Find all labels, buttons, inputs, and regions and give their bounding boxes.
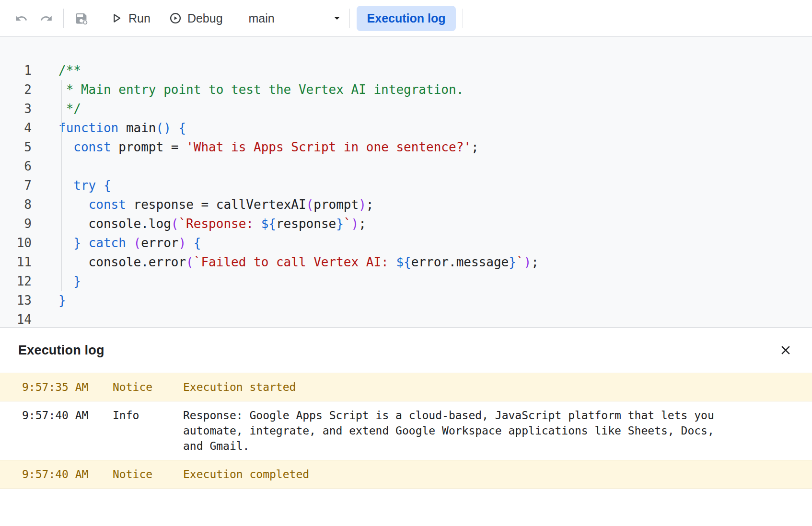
log-message: Execution completed [183,467,754,482]
redo-icon [40,12,53,25]
code-text: const prompt = 'What is Apps Script in o… [35,137,479,157]
code-text [35,310,58,327]
code-line[interactable]: 7 try { [0,176,812,195]
line-number[interactable]: 6 [0,157,35,176]
execution-log-title: Execution log [18,343,104,358]
indent-guide [61,80,62,291]
code-line[interactable]: 1 /** [0,61,812,80]
log-level: Notice [113,379,183,395]
code-text: console.error(`Failed to call Vertex AI:… [35,252,539,272]
code-line[interactable]: 12 } [0,272,812,291]
debug-button[interactable]: Debug [162,8,230,29]
log-timestamp: 9:57:40 AM [0,408,113,454]
line-number[interactable]: 10 [0,233,35,252]
code-line[interactable]: 5 const prompt = 'What is Apps Script in… [0,137,812,157]
run-label: Run [128,11,151,25]
code-line[interactable]: 9 console.log(`Response: ${response}`); [0,214,812,233]
code-line[interactable]: 3 */ [0,99,812,118]
code-text: * Main entry point to test the Vertex AI… [35,80,464,99]
line-number[interactable]: 3 [0,99,35,118]
run-button[interactable]: Run [103,8,157,29]
log-entry: 9:57:40 AM Notice Execution completed [0,460,812,489]
log-timestamp: 9:57:35 AM [0,379,113,395]
code-text: } [35,291,66,310]
toolbar-divider [349,9,350,28]
code-text: const response = callVertexAI(prompt); [35,195,373,214]
line-number[interactable]: 11 [0,252,35,272]
line-number[interactable]: 7 [0,176,35,195]
log-level: Info [113,408,183,454]
code-line[interactable]: 8 const response = callVertexAI(prompt); [0,195,812,214]
function-selector-value: main [249,11,275,25]
line-number[interactable]: 1 [0,61,35,80]
toolbar-divider [63,9,64,28]
code-line[interactable]: 13 } [0,291,812,310]
log-level: Notice [113,467,183,482]
line-number[interactable]: 5 [0,137,35,157]
code-text: console.log(`Response: ${response}`); [35,214,366,233]
log-message: Execution started [183,379,754,395]
log-entries[interactable]: 9:57:35 AM Notice Execution started 9:57… [0,373,812,489]
code-editor[interactable]: 1 /** 2 * Main entry point to test the V… [0,37,812,327]
redo-button[interactable] [35,8,57,29]
code-line[interactable]: 4 function main() { [0,118,812,137]
code-text: } [35,272,81,291]
undo-button[interactable] [11,8,32,29]
execution-log-panel: Execution log 9:57:35 AM Notice Executio… [0,327,812,526]
log-entry: 9:57:35 AM Notice Execution started [0,373,812,401]
code-text: */ [35,99,81,118]
log-timestamp: 9:57:40 AM [0,467,113,482]
apps-script-ide: Run Debug main Execution log 1 /** 2 * M… [0,0,812,526]
line-number[interactable]: 12 [0,272,35,291]
code-line[interactable]: 2 * Main entry point to test the Vertex … [0,80,812,99]
close-button[interactable] [776,340,796,360]
line-number[interactable]: 13 [0,291,35,310]
code-text: } catch (error) { [35,233,201,252]
close-icon [778,343,793,357]
debug-icon [169,11,182,25]
code-text: function main() { [35,118,186,137]
debug-label: Debug [187,11,223,25]
function-selector-dropdown[interactable]: main [249,11,343,25]
code-area[interactable]: 1 /** 2 * Main entry point to test the V… [0,61,812,327]
line-number[interactable]: 9 [0,214,35,233]
toolbar-divider [463,9,463,28]
line-number[interactable]: 14 [0,310,35,327]
save-icon [74,11,88,25]
line-number[interactable]: 2 [0,80,35,99]
code-text: try { [35,176,111,195]
code-text [35,157,58,176]
line-number[interactable]: 8 [0,195,35,214]
toolbar: Run Debug main Execution log [0,0,812,37]
play-icon [110,11,123,25]
execution-log-header: Execution log [0,328,812,373]
code-line[interactable]: 14 [0,310,812,327]
code-line[interactable]: 6 [0,157,812,176]
chevron-down-icon [331,12,343,24]
code-line[interactable]: 11 console.error(`Failed to call Vertex … [0,252,812,272]
code-line[interactable]: 10 } catch (error) { [0,233,812,252]
line-number[interactable]: 4 [0,118,35,137]
execution-log-button[interactable]: Execution log [357,6,456,31]
log-message: Response: Google Apps Script is a cloud-… [183,408,754,454]
save-button[interactable] [70,8,92,29]
log-entry: 9:57:40 AM Info Response: Google Apps Sc… [0,401,812,460]
undo-icon [15,12,28,25]
code-text: /** [35,61,81,80]
